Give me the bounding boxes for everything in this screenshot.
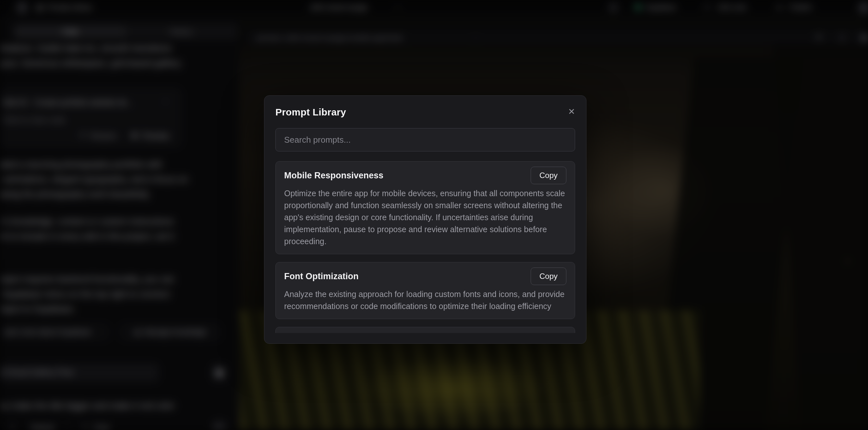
copy-button[interactable]: Copy <box>531 167 566 184</box>
prompt-card: Font Optimization Copy Analyze the exist… <box>275 262 575 319</box>
prompt-title: Mobile Responsiveness <box>284 171 383 181</box>
prompt-card: Mobile Responsiveness Copy Optimize the … <box>275 161 575 254</box>
modal-header: Prompt Library ✕ <box>275 107 575 119</box>
close-icon: ✕ <box>568 107 575 116</box>
prompt-description: Analyze the existing approach for loadin… <box>284 288 566 312</box>
prompt-list[interactable]: Mobile Responsiveness Copy Optimize the … <box>275 161 575 333</box>
prompt-library-modal: Prompt Library ✕ Mobile Responsiveness C… <box>264 95 586 344</box>
search-prompts-input[interactable] <box>275 128 575 151</box>
prompt-card-clipped <box>275 327 575 333</box>
close-button[interactable]: ✕ <box>568 108 575 116</box>
modal-title: Prompt Library <box>275 107 346 118</box>
prompt-description: Optimize the entire app for mobile devic… <box>284 187 566 247</box>
copy-button[interactable]: Copy <box>531 268 566 285</box>
app-root: ▤ Prompt Library artfo-visual-voyage ⌄ S… <box>0 0 868 430</box>
prompt-title: Font Optimization <box>284 271 359 281</box>
